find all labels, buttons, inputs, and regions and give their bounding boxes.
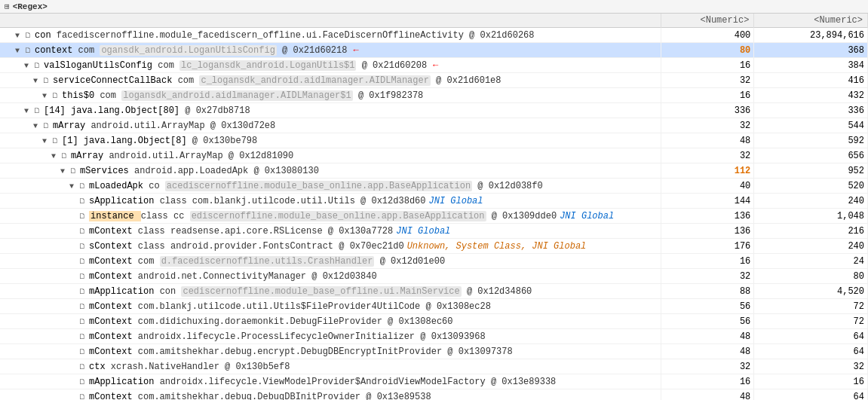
regex-label: <Regex> (13, 2, 48, 11)
row-detail: com.amitshekhar.debug.DebugDBInitProvide… (138, 392, 431, 401)
row-detail: com.amitshekhar.debug.encrypt.DebugDBEnc… (138, 347, 513, 357)
row-num2: 520 (754, 179, 868, 194)
row-name: this$0 (62, 90, 100, 101)
row-num2: 384 (754, 58, 868, 73)
table-row[interactable]: ▼🗋 mArray android.util.ArrayMap @ 0x12d8… (0, 148, 868, 163)
row-detail-blurred: logansdk_android.aidlmanager.AIDLManager… (121, 90, 352, 101)
expand-icon[interactable]: ▼ (24, 107, 33, 115)
row-detail: @ 0x27db8718 (185, 105, 250, 116)
table-row[interactable]: ▼🗋 con facediscernoffline.module_facedis… (0, 28, 868, 43)
file-icon: 🗋 (24, 31, 35, 40)
file-icon: 🗋 (78, 362, 89, 371)
row-detail: facediscernoffline.module_facediscern_of… (57, 30, 535, 41)
row-detail: android.net.ConnectivityManager @ 0x12d0… (138, 271, 377, 282)
row-num1: 32 (661, 148, 754, 163)
expand-icon[interactable]: ▼ (33, 77, 42, 85)
table-row[interactable]: 🗋 mContext android.net.ConnectivityManag… (0, 269, 868, 284)
row-num2: 1,048 (754, 209, 868, 224)
row-detail-post: @ 0x12d34860 (462, 286, 532, 297)
expand-icon[interactable]: ▼ (69, 182, 78, 191)
row-name-cell: 🗋 mContext com.didichuxing.doraemonkit.D… (0, 314, 661, 329)
row-name-cell: ▼🗋 mArray android.util.ArrayMap @ 0x12d8… (0, 148, 661, 163)
row-num1: 88 (661, 284, 754, 299)
expand-icon[interactable]: ▼ (51, 152, 60, 160)
row-num2: 16 (754, 374, 868, 389)
row-name: serviceConnectCallBack (53, 75, 178, 86)
row-num1: 136 (661, 224, 754, 239)
table-row[interactable]: 🗋 instance class cc ediscernoffline.modu… (0, 209, 868, 224)
table-row[interactable]: ▼🗋 context com ogansdk_android.LoganUtil… (0, 43, 868, 58)
expand-icon[interactable]: ▼ (60, 167, 69, 176)
red-arrow-indicator: ← (433, 60, 438, 71)
table-row[interactable]: ▼🗋 this$0 com logansdk_android.aidlmanag… (0, 88, 868, 103)
expand-icon[interactable]: ▼ (42, 137, 51, 145)
table-row[interactable]: 🗋 mContext com.didichuxing.doraemonkit.D… (0, 314, 868, 329)
row-detail-pre: com (138, 256, 160, 267)
file-icon: 🗋 (51, 91, 62, 100)
table-row[interactable]: 🗋 mContext com.amitshekhar.debug.DebugDB… (0, 389, 868, 401)
row-num1: 16 (661, 254, 754, 269)
row-num2: 72 (754, 299, 868, 314)
table-row[interactable]: 🗋 mApplication con cediscernoffline.modu… (0, 284, 868, 299)
row-detail: com.blankj.utilcode.util.Utils$FileProvi… (138, 301, 491, 312)
row-detail-pre: com (100, 90, 121, 101)
table-row[interactable]: 🗋 mContext class readsense.api.core.RSLi… (0, 224, 868, 239)
row-tag: JNI Global (560, 211, 614, 221)
table-row[interactable]: ▼🗋 mLoadedApk co acediscernoffline.modul… (0, 179, 868, 194)
row-num2: 416 (754, 73, 868, 88)
row-detail-pre: con (160, 286, 182, 297)
row-num2: 32 (754, 359, 868, 374)
table-wrapper[interactable]: <Numeric> <Numeric> ▼🗋 con facediscernof… (0, 14, 868, 400)
row-tag: Unknown, System Class, JNI Global (407, 241, 587, 252)
row-detail: androidx.lifecycle.ViewModelProvider$And… (160, 377, 557, 387)
red-arrow-indicator: ← (353, 45, 358, 56)
file-icon: 🗋 (78, 377, 89, 386)
expand-icon[interactable]: ▼ (33, 122, 42, 130)
table-row[interactable]: 🗋 mContext com d.facediscernoffline.util… (0, 254, 868, 269)
expand-icon[interactable]: ▼ (15, 32, 24, 40)
table-row[interactable]: ▼🗋 mArray android.util.ArrayMap @ 0x130d… (0, 118, 868, 133)
row-name: valSloganUtilsConfig (44, 60, 158, 71)
row-detail-post: @ 0x12d038f0 (472, 181, 543, 191)
table-row[interactable]: ▼🗋 valSloganUtilsConfig com lc_logansdk_… (0, 58, 868, 73)
file-icon: 🗋 (78, 317, 89, 326)
table-row[interactable]: 🗋 mContext com.amitshekhar.debug.encrypt… (0, 344, 868, 359)
table-row[interactable]: ▼🗋 mServices android.app.LoadedApk @ 0x1… (0, 163, 868, 179)
table-row[interactable]: ▼🗋 [1] java.lang.Object[8] @ 0x130be7984… (0, 133, 868, 148)
row-detail-blurred: d.facediscernoffline.utils.CrashHandler (160, 256, 375, 267)
row-detail: @ 0x130be798 (192, 136, 257, 146)
row-detail-blurred: ediscernoffline.module_base_online.app.B… (190, 211, 486, 221)
table-row[interactable]: ▼🗋 serviceConnectCallBack com c_logansdk… (0, 73, 868, 88)
row-detail-pre: com (78, 45, 100, 56)
row-name: context (35, 45, 78, 56)
table-row[interactable]: 🗋 sApplication class com.blankj.utilcode… (0, 194, 868, 209)
expand-icon[interactable]: ▼ (15, 47, 24, 55)
row-name: mContext (89, 301, 138, 312)
row-detail-blurred: cediscernoffline.module_base_offline.ui.… (181, 286, 461, 297)
row-name-cell: ▼🗋 valSloganUtilsConfig com lc_logansdk_… (0, 58, 661, 73)
table-row[interactable]: ▼🗋 [14] java.lang.Object[80] @ 0x27db871… (0, 103, 868, 118)
file-icon: 🗋 (60, 151, 71, 160)
file-icon: 🗋 (78, 257, 89, 266)
table-row[interactable]: 🗋 ctx xcrash.NativeHandler @ 0x130b5ef83… (0, 359, 868, 374)
file-icon: 🗋 (24, 46, 35, 55)
table-row[interactable]: 🗋 mContext androidx.lifecycle.ProcessLif… (0, 329, 868, 344)
row-name-cell: 🗋 mContext com d.facediscernoffline.util… (0, 254, 661, 269)
row-detail: android.app.LoadedApk @ 0x13080130 (134, 166, 319, 176)
row-num2: 336 (754, 103, 868, 118)
expand-icon[interactable]: ▼ (42, 92, 51, 100)
table-row[interactable]: 🗋 sContext class android.provider.FontsC… (0, 239, 868, 254)
row-name-cell: 🗋 mApplication con cediscernoffline.modu… (0, 284, 661, 299)
row-detail-pre: com (158, 60, 179, 71)
expand-icon[interactable]: ▼ (24, 62, 33, 70)
file-icon: 🗋 (78, 347, 89, 356)
row-name: sApplication (89, 196, 160, 206)
table-row[interactable]: 🗋 mContext com.blankj.utilcode.util.Util… (0, 299, 868, 314)
row-name: [1] java.lang.Object[8] (62, 136, 192, 146)
row-num1: 48 (661, 389, 754, 401)
row-name: mContext (89, 347, 138, 357)
table-row[interactable]: 🗋 mApplication androidx.lifecycle.ViewMo… (0, 374, 868, 389)
row-num1: 16 (661, 374, 754, 389)
file-icon: 🗋 (51, 136, 62, 145)
file-icon: 🗋 (78, 197, 89, 206)
